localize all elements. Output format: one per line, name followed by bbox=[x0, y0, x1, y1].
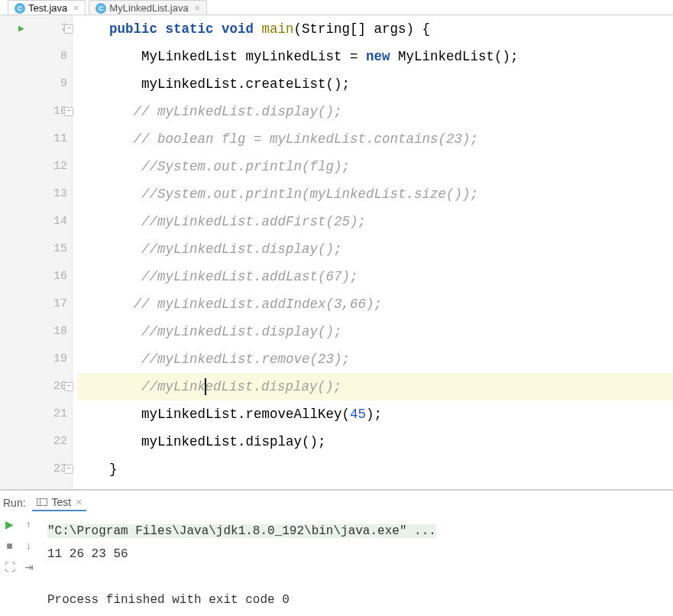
gutter-line: 23− bbox=[0, 456, 72, 483]
fold-toggle-icon[interactable]: − bbox=[64, 24, 73, 34]
scroll-up-button[interactable]: ↑ bbox=[26, 518, 31, 530]
code-editor[interactable]: 7▶−8910−11121314151617181920−212223− pub… bbox=[0, 15, 673, 489]
line-number: 13 bbox=[47, 180, 67, 208]
code-line[interactable]: //myLinkedList.addLast(67); bbox=[77, 263, 673, 290]
code-line[interactable]: public static void main(String[] args) { bbox=[77, 15, 673, 43]
console-output[interactable]: "C:\Program Files\Java\jdk1.8.0_192\bin\… bbox=[38, 515, 673, 616]
line-number: 12 bbox=[47, 153, 67, 180]
line-number: 9 bbox=[47, 70, 67, 98]
gutter-line: 20− bbox=[0, 373, 72, 400]
run-toolbar-primary: ▶ ■ ⛶ bbox=[0, 515, 19, 616]
rerun-button[interactable]: ▶ bbox=[5, 518, 14, 530]
run-header: Run: Test × bbox=[0, 491, 673, 515]
gutter-line: 21 bbox=[0, 400, 72, 428]
run-toolbar-secondary: ↑ ↓ ⇥ bbox=[19, 515, 38, 616]
code-line[interactable]: //myLinkedList.remove(23); bbox=[77, 345, 673, 373]
java-file-icon: C bbox=[95, 3, 106, 14]
line-number: 19 bbox=[47, 345, 67, 373]
tab-label: MyLinkedList.java bbox=[109, 2, 188, 14]
code-line[interactable]: //myLinkedList.display(); bbox=[77, 235, 673, 263]
line-number: 17 bbox=[47, 290, 67, 318]
gutter-line: 13 bbox=[0, 180, 72, 208]
tab-mylinkedlist-java[interactable]: C MyLinkedList.java × bbox=[89, 0, 206, 15]
line-number: 11 bbox=[47, 125, 67, 153]
console-exit-line: Process finished with exit code 0 bbox=[47, 588, 664, 611]
code-line[interactable]: myLinkedList.display(); bbox=[77, 428, 673, 456]
code-line[interactable]: //myLinkedList.addFirst(25); bbox=[77, 208, 673, 235]
fold-toggle-icon[interactable]: − bbox=[64, 382, 73, 391]
line-number: 22 bbox=[47, 428, 67, 456]
fold-toggle-icon[interactable]: − bbox=[64, 465, 73, 474]
gutter-line: 15 bbox=[0, 235, 72, 263]
gutter-line: 8 bbox=[0, 43, 72, 70]
scroll-down-button[interactable]: ↓ bbox=[26, 540, 31, 552]
editor-tabs: C Test.java × C MyLinkedList.java × bbox=[0, 0, 673, 15]
fold-toggle-icon[interactable]: − bbox=[64, 107, 73, 116]
code-line[interactable]: myLinkedList.createList(); bbox=[77, 70, 673, 98]
editor-gutter: 7▶−8910−11121314151617181920−212223− bbox=[0, 15, 73, 489]
line-number: 21 bbox=[47, 400, 67, 428]
gutter-line: 22 bbox=[0, 428, 72, 456]
gutter-line: 9 bbox=[0, 70, 72, 98]
gutter-line: 12 bbox=[0, 153, 72, 180]
run-gutter-icon[interactable]: ▶ bbox=[18, 15, 24, 43]
run-label: Run: bbox=[3, 497, 26, 509]
dump-threads-button[interactable]: ⛶ bbox=[5, 561, 15, 573]
console-command-line: "C:\Program Files\Java\jdk1.8.0_192\bin\… bbox=[47, 520, 664, 543]
layout-icon bbox=[37, 498, 47, 506]
tab-test-java[interactable]: C Test.java × bbox=[8, 0, 86, 15]
gutter-line: 16 bbox=[0, 263, 72, 290]
code-line[interactable]: //myLinkedList.display(); bbox=[77, 318, 673, 345]
run-tool-window: Run: Test × ▶ ■ ⛶ ↑ ↓ ⇥ "C:\Program File… bbox=[0, 489, 673, 616]
close-icon[interactable]: × bbox=[195, 3, 200, 14]
line-number: 15 bbox=[47, 235, 67, 263]
tab-label: Test.java bbox=[28, 2, 67, 14]
code-line[interactable]: //System.out.println(myLinkedList.size()… bbox=[77, 180, 673, 208]
stop-button[interactable]: ■ bbox=[6, 540, 12, 552]
line-number: 14 bbox=[47, 208, 67, 235]
gutter-line: 10− bbox=[0, 98, 72, 125]
code-line[interactable]: myLinkedList.removeAllKey(45); bbox=[77, 400, 673, 428]
console-stdout-line: 11 26 23 56 bbox=[47, 543, 664, 566]
code-line[interactable]: } bbox=[77, 456, 673, 483]
code-line[interactable]: // myLinkedList.display(); bbox=[77, 98, 673, 125]
line-number: 18 bbox=[47, 318, 67, 345]
gutter-line: 18 bbox=[0, 318, 72, 345]
close-icon[interactable]: × bbox=[76, 496, 82, 508]
soft-wrap-button[interactable]: ⇥ bbox=[24, 561, 34, 573]
line-number: 16 bbox=[47, 263, 67, 290]
gutter-line: 11 bbox=[0, 125, 72, 153]
code-line[interactable]: // myLinkedList.addIndex(3,66); bbox=[77, 290, 673, 318]
editor-code-area[interactable]: public static void main(String[] args) {… bbox=[73, 15, 673, 489]
run-tab-label: Test bbox=[52, 496, 72, 508]
run-tab-test[interactable]: Test × bbox=[32, 494, 87, 511]
gutter-line: 19 bbox=[0, 345, 72, 373]
gutter-line: 17 bbox=[0, 290, 72, 318]
code-line[interactable]: MyLinkedList myLinkedList = new MyLinked… bbox=[77, 43, 673, 70]
gutter-line: 7▶− bbox=[0, 15, 72, 43]
line-number: 8 bbox=[47, 43, 67, 70]
close-icon[interactable]: × bbox=[73, 3, 79, 14]
gutter-line: 14 bbox=[0, 208, 72, 235]
code-line[interactable]: // boolean flg = myLinkedList.contains(2… bbox=[77, 125, 673, 153]
code-line[interactable]: //System.out.println(flg); bbox=[77, 153, 673, 180]
console-blank-line bbox=[47, 566, 664, 588]
java-file-icon: C bbox=[15, 3, 25, 14]
code-line[interactable]: //myLinkedList.display(); bbox=[77, 373, 673, 400]
